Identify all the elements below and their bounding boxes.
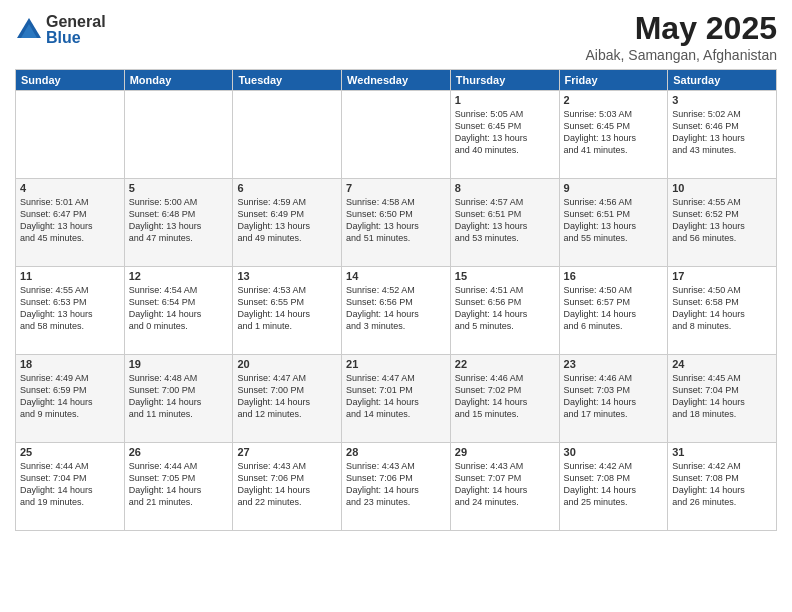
day-info: Sunrise: 4:45 AM Sunset: 7:04 PM Dayligh… [672,372,772,421]
day-number: 3 [672,94,772,106]
day-cell: 16Sunrise: 4:50 AM Sunset: 6:57 PM Dayli… [559,267,668,355]
weekday-header-friday: Friday [559,70,668,91]
day-number: 13 [237,270,337,282]
weekday-header-sunday: Sunday [16,70,125,91]
day-cell: 29Sunrise: 4:43 AM Sunset: 7:07 PM Dayli… [450,443,559,531]
day-cell: 28Sunrise: 4:43 AM Sunset: 7:06 PM Dayli… [342,443,451,531]
logo-icon [15,16,43,44]
day-number: 24 [672,358,772,370]
day-number: 2 [564,94,664,106]
day-number: 9 [564,182,664,194]
day-number: 30 [564,446,664,458]
day-cell: 2Sunrise: 5:03 AM Sunset: 6:45 PM Daylig… [559,91,668,179]
day-info: Sunrise: 4:44 AM Sunset: 7:05 PM Dayligh… [129,460,229,509]
logo-text: General Blue [46,14,106,46]
day-cell: 24Sunrise: 4:45 AM Sunset: 7:04 PM Dayli… [668,355,777,443]
week-row-5: 25Sunrise: 4:44 AM Sunset: 7:04 PM Dayli… [16,443,777,531]
day-number: 14 [346,270,446,282]
day-number: 15 [455,270,555,282]
day-number: 21 [346,358,446,370]
day-cell [124,91,233,179]
day-number: 8 [455,182,555,194]
day-cell: 8Sunrise: 4:57 AM Sunset: 6:51 PM Daylig… [450,179,559,267]
day-info: Sunrise: 4:47 AM Sunset: 7:01 PM Dayligh… [346,372,446,421]
weekday-header-tuesday: Tuesday [233,70,342,91]
day-number: 23 [564,358,664,370]
day-info: Sunrise: 4:51 AM Sunset: 6:56 PM Dayligh… [455,284,555,333]
day-cell: 17Sunrise: 4:50 AM Sunset: 6:58 PM Dayli… [668,267,777,355]
day-cell [16,91,125,179]
day-cell: 19Sunrise: 4:48 AM Sunset: 7:00 PM Dayli… [124,355,233,443]
day-info: Sunrise: 4:55 AM Sunset: 6:53 PM Dayligh… [20,284,120,333]
day-cell: 14Sunrise: 4:52 AM Sunset: 6:56 PM Dayli… [342,267,451,355]
day-info: Sunrise: 5:01 AM Sunset: 6:47 PM Dayligh… [20,196,120,245]
day-cell: 20Sunrise: 4:47 AM Sunset: 7:00 PM Dayli… [233,355,342,443]
day-cell: 12Sunrise: 4:54 AM Sunset: 6:54 PM Dayli… [124,267,233,355]
day-number: 7 [346,182,446,194]
day-info: Sunrise: 5:05 AM Sunset: 6:45 PM Dayligh… [455,108,555,157]
day-number: 25 [20,446,120,458]
day-number: 1 [455,94,555,106]
weekday-header-wednesday: Wednesday [342,70,451,91]
day-number: 16 [564,270,664,282]
day-info: Sunrise: 4:44 AM Sunset: 7:04 PM Dayligh… [20,460,120,509]
logo: General Blue [15,14,106,46]
day-number: 19 [129,358,229,370]
day-number: 17 [672,270,772,282]
day-number: 26 [129,446,229,458]
day-number: 31 [672,446,772,458]
day-cell: 25Sunrise: 4:44 AM Sunset: 7:04 PM Dayli… [16,443,125,531]
header: General Blue May 2025 Aibak, Samangan, A… [15,10,777,63]
week-row-4: 18Sunrise: 4:49 AM Sunset: 6:59 PM Dayli… [16,355,777,443]
day-number: 18 [20,358,120,370]
weekday-header-monday: Monday [124,70,233,91]
day-info: Sunrise: 5:03 AM Sunset: 6:45 PM Dayligh… [564,108,664,157]
day-cell: 1Sunrise: 5:05 AM Sunset: 6:45 PM Daylig… [450,91,559,179]
day-info: Sunrise: 4:43 AM Sunset: 7:06 PM Dayligh… [346,460,446,509]
day-info: Sunrise: 4:42 AM Sunset: 7:08 PM Dayligh… [564,460,664,509]
weekday-header-thursday: Thursday [450,70,559,91]
day-cell: 15Sunrise: 4:51 AM Sunset: 6:56 PM Dayli… [450,267,559,355]
day-cell: 30Sunrise: 4:42 AM Sunset: 7:08 PM Dayli… [559,443,668,531]
day-cell: 31Sunrise: 4:42 AM Sunset: 7:08 PM Dayli… [668,443,777,531]
day-info: Sunrise: 4:54 AM Sunset: 6:54 PM Dayligh… [129,284,229,333]
week-row-2: 4Sunrise: 5:01 AM Sunset: 6:47 PM Daylig… [16,179,777,267]
day-cell: 22Sunrise: 4:46 AM Sunset: 7:02 PM Dayli… [450,355,559,443]
logo-general: General [46,14,106,30]
day-cell: 23Sunrise: 4:46 AM Sunset: 7:03 PM Dayli… [559,355,668,443]
day-number: 11 [20,270,120,282]
day-cell: 7Sunrise: 4:58 AM Sunset: 6:50 PM Daylig… [342,179,451,267]
day-info: Sunrise: 4:46 AM Sunset: 7:03 PM Dayligh… [564,372,664,421]
week-row-3: 11Sunrise: 4:55 AM Sunset: 6:53 PM Dayli… [16,267,777,355]
day-cell: 10Sunrise: 4:55 AM Sunset: 6:52 PM Dayli… [668,179,777,267]
day-info: Sunrise: 4:48 AM Sunset: 7:00 PM Dayligh… [129,372,229,421]
day-cell [342,91,451,179]
day-info: Sunrise: 4:55 AM Sunset: 6:52 PM Dayligh… [672,196,772,245]
day-info: Sunrise: 4:49 AM Sunset: 6:59 PM Dayligh… [20,372,120,421]
day-number: 12 [129,270,229,282]
day-info: Sunrise: 4:57 AM Sunset: 6:51 PM Dayligh… [455,196,555,245]
day-info: Sunrise: 4:56 AM Sunset: 6:51 PM Dayligh… [564,196,664,245]
day-number: 29 [455,446,555,458]
day-number: 4 [20,182,120,194]
day-cell: 26Sunrise: 4:44 AM Sunset: 7:05 PM Dayli… [124,443,233,531]
day-cell: 9Sunrise: 4:56 AM Sunset: 6:51 PM Daylig… [559,179,668,267]
week-row-1: 1Sunrise: 5:05 AM Sunset: 6:45 PM Daylig… [16,91,777,179]
day-info: Sunrise: 4:43 AM Sunset: 7:06 PM Dayligh… [237,460,337,509]
month-title: May 2025 [586,10,777,47]
weekday-header-saturday: Saturday [668,70,777,91]
day-cell: 21Sunrise: 4:47 AM Sunset: 7:01 PM Dayli… [342,355,451,443]
logo-blue: Blue [46,30,106,46]
day-info: Sunrise: 4:59 AM Sunset: 6:49 PM Dayligh… [237,196,337,245]
day-cell: 6Sunrise: 4:59 AM Sunset: 6:49 PM Daylig… [233,179,342,267]
day-number: 28 [346,446,446,458]
title-section: May 2025 Aibak, Samangan, Afghanistan [586,10,777,63]
day-cell: 4Sunrise: 5:01 AM Sunset: 6:47 PM Daylig… [16,179,125,267]
day-info: Sunrise: 4:46 AM Sunset: 7:02 PM Dayligh… [455,372,555,421]
day-cell: 3Sunrise: 5:02 AM Sunset: 6:46 PM Daylig… [668,91,777,179]
day-number: 10 [672,182,772,194]
day-cell: 13Sunrise: 4:53 AM Sunset: 6:55 PM Dayli… [233,267,342,355]
day-number: 5 [129,182,229,194]
day-info: Sunrise: 4:50 AM Sunset: 6:57 PM Dayligh… [564,284,664,333]
day-cell: 18Sunrise: 4:49 AM Sunset: 6:59 PM Dayli… [16,355,125,443]
